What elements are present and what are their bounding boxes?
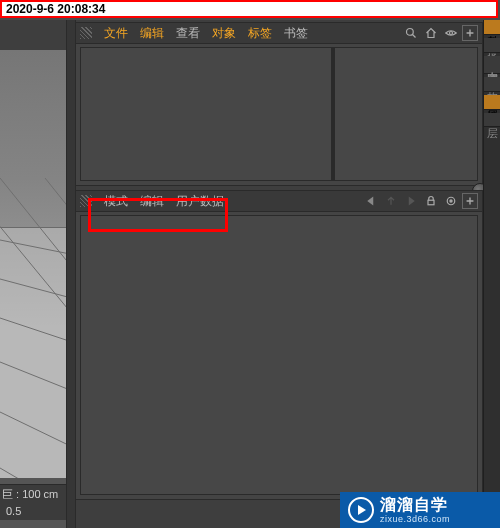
svg-marker-13 bbox=[409, 197, 415, 206]
menu-bookmarks[interactable]: 书签 bbox=[278, 23, 314, 43]
svg-line-7 bbox=[0, 178, 66, 478]
panel-grip-icon[interactable] bbox=[80, 195, 92, 207]
watermark: 溜溜自学 zixue.3d66.com bbox=[340, 492, 500, 528]
menu-mode[interactable]: 模式 bbox=[98, 191, 134, 211]
play-icon bbox=[348, 497, 374, 523]
object-manager-panel: 文件 编辑 查看 对象 标签 书签 bbox=[75, 22, 483, 186]
nav-back-icon[interactable] bbox=[362, 192, 380, 210]
tab-content-browser[interactable]: 内容浏览器 bbox=[484, 56, 500, 74]
svg-line-6 bbox=[0, 178, 66, 478]
svg-line-3 bbox=[0, 338, 66, 458]
attribute-manager-panel: 模式 编辑 用户数据 bbox=[75, 190, 483, 500]
object-manager-body[interactable] bbox=[80, 47, 478, 181]
search-icon[interactable] bbox=[402, 24, 420, 42]
tab-layers[interactable]: 层 bbox=[484, 113, 500, 127]
svg-line-0 bbox=[0, 228, 66, 288]
menu-edit2[interactable]: 编辑 bbox=[134, 191, 170, 211]
object-manager-menubar: 文件 编辑 查看 对象 标签 书签 bbox=[76, 23, 482, 44]
menu-view[interactable]: 查看 bbox=[170, 23, 206, 43]
menu-tags[interactable]: 标签 bbox=[242, 23, 278, 43]
svg-marker-12 bbox=[367, 197, 373, 206]
attribute-manager-body[interactable] bbox=[80, 215, 478, 495]
attribute-manager-menubar: 模式 编辑 用户数据 bbox=[76, 191, 482, 212]
viewport-grid bbox=[0, 178, 66, 478]
menu-file[interactable]: 文件 bbox=[98, 23, 134, 43]
watermark-brand: 溜溜自学 bbox=[380, 497, 450, 513]
nav-up-icon[interactable] bbox=[382, 192, 400, 210]
menu-objects[interactable]: 对象 bbox=[206, 23, 242, 43]
timestamp-bar: 2020-9-6 20:08:34 bbox=[0, 0, 498, 18]
expand-panel-button[interactable] bbox=[462, 193, 478, 209]
svg-line-1 bbox=[0, 263, 66, 343]
status-grid-spacing: 巨 : 100 cm bbox=[0, 484, 66, 502]
svg-point-10 bbox=[407, 29, 414, 36]
menu-userdata[interactable]: 用户数据 bbox=[170, 191, 230, 211]
svg-line-5 bbox=[0, 433, 66, 478]
watermark-url: zixue.3d66.com bbox=[380, 515, 450, 524]
svg-point-11 bbox=[450, 32, 453, 35]
nav-forward-icon[interactable] bbox=[402, 192, 420, 210]
tab-structure[interactable]: 构造 bbox=[484, 77, 500, 92]
main-area: 巨 : 100 cm 0.5 文件 编辑 查看 对象 标签 书签 bbox=[0, 20, 500, 528]
tab-takes[interactable]: 场次 bbox=[484, 38, 500, 53]
home-icon[interactable] bbox=[422, 24, 440, 42]
right-tab-strip: 对象 场次 内容浏览器 构造 属性 层 bbox=[483, 20, 500, 528]
svg-line-8 bbox=[45, 178, 66, 478]
panel-grip-icon[interactable] bbox=[80, 27, 92, 39]
menu-edit[interactable]: 编辑 bbox=[134, 23, 170, 43]
viewport-panel: 巨 : 100 cm 0.5 bbox=[0, 50, 66, 528]
lock-icon[interactable] bbox=[422, 192, 440, 210]
svg-line-2 bbox=[0, 298, 66, 398]
svg-line-4 bbox=[0, 383, 66, 478]
target-icon[interactable] bbox=[442, 192, 460, 210]
viewport-canvas[interactable] bbox=[0, 50, 66, 478]
tab-attributes[interactable]: 属性 bbox=[484, 95, 500, 110]
object-manager-splitter[interactable] bbox=[331, 47, 335, 181]
timestamp-text: 2020-9-6 20:08:34 bbox=[6, 2, 105, 16]
expand-panel-button[interactable] bbox=[462, 25, 478, 41]
svg-rect-14 bbox=[428, 200, 434, 205]
status-frame: 0.5 bbox=[0, 502, 66, 520]
tab-objects[interactable]: 对象 bbox=[484, 20, 500, 35]
svg-point-16 bbox=[450, 200, 452, 202]
eye-icon[interactable] bbox=[442, 24, 460, 42]
